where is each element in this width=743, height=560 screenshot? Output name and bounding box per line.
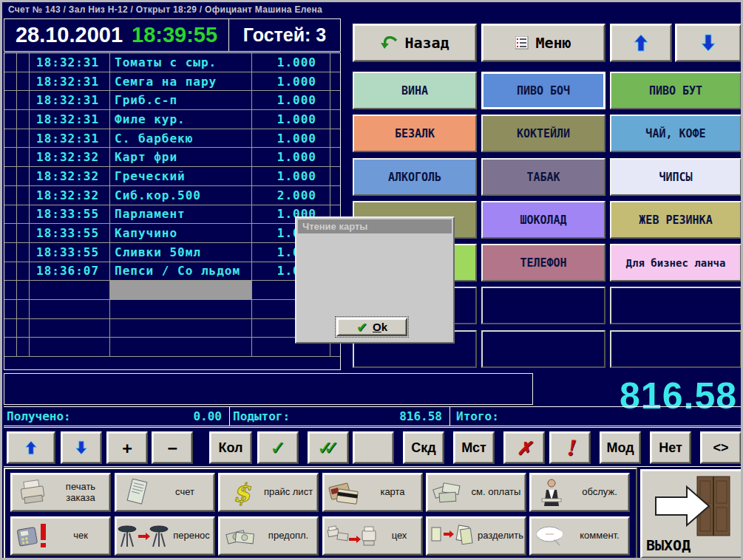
menu-label: Меню bbox=[535, 34, 571, 52]
pos-app-window: Счет № 143 / Зал Низ Н-12 / Открыт 18:29… bbox=[0, 0, 743, 560]
split-button[interactable]: разделить bbox=[426, 516, 526, 556]
menu-button[interactable]: Меню bbox=[481, 24, 605, 62]
category-bezalk[interactable]: БЕЗАЛК bbox=[353, 115, 477, 152]
card-icon bbox=[328, 479, 362, 506]
price-list-button[interactable]: $ прайс лист bbox=[218, 473, 319, 512]
blank-button[interactable] bbox=[353, 431, 394, 464]
transfer-button[interactable]: перенос bbox=[115, 516, 215, 556]
arrow-down-icon bbox=[701, 34, 716, 52]
bill-button[interactable]: счет bbox=[115, 473, 215, 512]
category-vina[interactable]: ВИНА bbox=[353, 72, 477, 109]
confirm-button[interactable]: ✓ bbox=[257, 431, 299, 464]
table-row[interactable]: 18:36:07Пепси / Со льдом1.000 bbox=[4, 262, 340, 281]
card-button[interactable]: карта bbox=[322, 473, 423, 512]
empty-category-slot bbox=[481, 287, 605, 324]
guests-count: Гостей: 3 bbox=[229, 19, 340, 51]
message-panel bbox=[4, 373, 533, 405]
kitchen-printer-icon bbox=[325, 523, 377, 550]
received-value: 0.00 bbox=[193, 409, 222, 423]
scroll-down-button[interactable] bbox=[675, 24, 742, 62]
table-row-empty[interactable] bbox=[4, 300, 340, 319]
table-row[interactable]: 18:33:55Сливки 50мл1.000 bbox=[4, 243, 340, 262]
plus-button[interactable]: + bbox=[106, 431, 148, 464]
back-button[interactable]: Назад bbox=[353, 24, 477, 62]
table-row[interactable]: 18:32:31Филе кур.1.000 bbox=[4, 110, 340, 129]
cancel-button[interactable]: ✗ bbox=[503, 431, 545, 464]
service-button[interactable]: обслуж. bbox=[529, 473, 630, 512]
printer-icon bbox=[17, 479, 48, 506]
order-table: 18:32:31Томаты с сыр.1.000 18:32:31Семга… bbox=[4, 52, 341, 370]
category-tabak[interactable]: ТАБАК bbox=[481, 158, 605, 196]
arrow-down-icon bbox=[75, 440, 87, 456]
quantity-button[interactable]: Кол bbox=[209, 431, 252, 464]
category-telefon[interactable]: ТЕЛЕФОН bbox=[481, 244, 605, 281]
alert-button[interactable]: ! bbox=[549, 431, 591, 464]
print-order-button[interactable]: печать заказа bbox=[10, 473, 111, 512]
comment-button[interactable]: коммент. bbox=[529, 516, 630, 556]
discount-button[interactable]: Скд bbox=[403, 431, 444, 464]
check-icon: ✓ bbox=[270, 437, 286, 459]
register-alert-icon bbox=[16, 522, 50, 550]
check-print-button[interactable]: чек bbox=[10, 516, 111, 556]
subtotal-label: Подытог: bbox=[233, 409, 290, 423]
kitchen-button[interactable]: цех bbox=[322, 516, 423, 556]
comment-icon bbox=[535, 525, 569, 548]
category-alkogol[interactable]: АЛКОГОЛЬ bbox=[353, 158, 477, 196]
table-row[interactable]: 18:32:31Гриб.с-п1.000 bbox=[4, 91, 340, 110]
category-shokolad[interactable]: ШОКОЛАД bbox=[481, 201, 605, 239]
back-arrow-icon bbox=[380, 36, 398, 50]
table-row[interactable]: 18:33:55Капучино1.000 bbox=[4, 224, 340, 243]
check-icon: ✔ bbox=[356, 319, 367, 335]
current-date: 28.10.2001 bbox=[16, 23, 123, 47]
double-check-icon: ✓✓ bbox=[317, 437, 340, 459]
payment-types-button[interactable]: см. оплаты bbox=[426, 473, 526, 512]
table-row[interactable]: 18:32:31Томаты с сыр.1.000 bbox=[4, 53, 340, 72]
total-label: Итого: bbox=[456, 409, 499, 423]
edit-toolbar: + − Кол ✓ ✓✓ Скд Мст ✗ ! Мод Нет <> bbox=[4, 427, 743, 467]
minus-button[interactable]: − bbox=[152, 431, 193, 464]
exit-door-icon bbox=[654, 475, 736, 537]
angle-brackets-button[interactable]: <> bbox=[700, 431, 742, 464]
dialog-title: Чтение карты bbox=[298, 219, 452, 233]
datetime-panel: 28.10.2001 18:39:55 bbox=[4, 19, 229, 51]
modifier-button[interactable]: Мод bbox=[600, 431, 641, 464]
row-down-button[interactable] bbox=[61, 431, 102, 464]
category-zhev-rezinka[interactable]: ЖЕВ РЕЗИНКА bbox=[610, 201, 742, 239]
arrow-up-icon bbox=[25, 440, 37, 456]
row-up-button[interactable] bbox=[7, 431, 55, 464]
exit-button[interactable]: ВЫХОД bbox=[640, 469, 743, 559]
table-row[interactable]: 18:32:32Карт фри1.000 bbox=[4, 148, 340, 167]
prepayment-button[interactable]: предопл. bbox=[218, 516, 319, 556]
header-panel: 28.10.2001 18:39:55 Гостей: 3 bbox=[4, 18, 341, 52]
confirm-all-button[interactable]: ✓✓ bbox=[308, 431, 349, 464]
empty-category-slot bbox=[481, 330, 605, 368]
table-row-empty[interactable] bbox=[4, 338, 340, 357]
category-pivo-boch[interactable]: ПИВО БОЧ bbox=[481, 72, 605, 109]
receipt-icon bbox=[122, 479, 152, 507]
no-button[interactable]: Нет bbox=[650, 431, 691, 464]
table-footer-strip bbox=[4, 361, 340, 369]
category-chipsy[interactable]: ЧИПСЫ bbox=[610, 158, 742, 196]
table-row[interactable]: 18:32:32Греческий1.000 bbox=[4, 167, 340, 186]
transfer-tables-icon bbox=[118, 523, 169, 550]
table-row-empty[interactable] bbox=[4, 319, 340, 338]
mst-button[interactable]: Мст bbox=[453, 431, 495, 464]
table-row[interactable]: 18:32:32Сиб.кор.5002.000 bbox=[4, 186, 340, 205]
ok-button[interactable]: ✔ Ok bbox=[336, 318, 407, 336]
scroll-up-button[interactable] bbox=[610, 24, 672, 62]
category-kokteyli[interactable]: КОКТЕЙЛИ bbox=[481, 115, 605, 152]
table-row[interactable]: 18:32:31С. барбекю1.000 bbox=[4, 129, 340, 148]
empty-category-slot bbox=[610, 330, 742, 368]
category-pivo-but[interactable]: ПИВО БУТ bbox=[610, 72, 742, 109]
actions-panel: печать заказа счет $ прайс лист карта см… bbox=[4, 468, 637, 560]
table-row-selected[interactable] bbox=[4, 281, 340, 300]
total-section: Итого: bbox=[450, 407, 743, 426]
svg-text:$: $ bbox=[233, 478, 251, 508]
category-chay-kofe[interactable]: ЧАЙ, КОФЕ bbox=[610, 115, 742, 152]
category-biznes-lanch[interactable]: Для бизнес ланча bbox=[610, 244, 742, 281]
card-reading-dialog: Чтение карты ✔ Ok bbox=[295, 216, 455, 344]
received-section: Получено: 0.00 bbox=[4, 407, 230, 426]
exclamation-icon: ! bbox=[566, 436, 574, 460]
table-row[interactable]: 18:33:55Парламент1.000 bbox=[4, 205, 340, 225]
table-row[interactable]: 18:32:31Семга на пару1.000 bbox=[4, 72, 340, 92]
